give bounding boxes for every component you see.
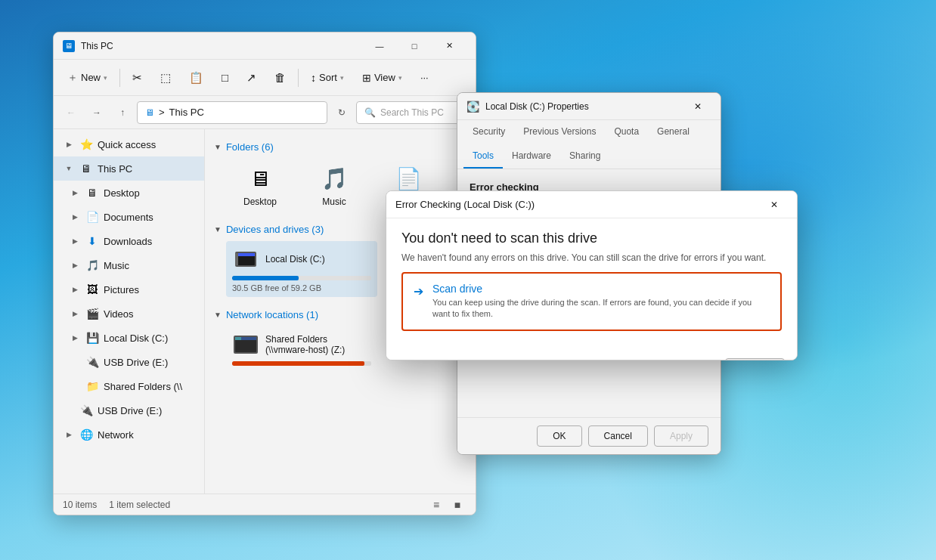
error-dialog-footer: Cancel [386, 352, 797, 360]
sidebar-item-usb-e2[interactable]: 🔌 USB Drive (E:) [54, 398, 204, 422]
local-disk-bar-fill [232, 276, 299, 280]
local-disk-drive-top: Local Disk (C:) [232, 246, 371, 273]
usb-e-icon: 🔌 [85, 355, 99, 369]
copy-button[interactable]: ⬚ [153, 67, 178, 89]
documents-chevron: ▶ [69, 213, 81, 221]
close-button[interactable]: ✕ [432, 32, 466, 60]
sidebar-item-pictures[interactable]: ▶ 🖼 Pictures [54, 277, 204, 302]
local-disk-drive-info: Local Disk (C:) [265, 254, 325, 265]
sort-icon: ↕ [311, 72, 316, 84]
shared-bar-fill [232, 361, 364, 366]
tab-quota[interactable]: Quota [605, 120, 648, 144]
shared-folders-drive-item[interactable]: Shared Folders (\\vmware-host) (Z:) [226, 326, 377, 370]
window-titlebar: 🖥 This PC — □ ✕ [54, 32, 476, 60]
cut-button[interactable]: ✂ [125, 67, 150, 89]
folder-desktop[interactable]: 🖥 Desktop [226, 159, 294, 212]
properties-titlebar: 💽 Local Disk (C:) Properties ✕ [457, 93, 721, 120]
view-button[interactable]: ⊞ View ▾ [355, 67, 410, 88]
toolbar-separator-1 [119, 69, 120, 87]
this-pc-icon: 🖥 [79, 162, 93, 175]
network-section-arrow[interactable]: ▼ [214, 311, 222, 319]
sidebar-item-this-pc[interactable]: ▼ 🖥 This PC [54, 156, 204, 181]
search-field[interactable]: 🔍 Search This PC [356, 101, 470, 124]
sort-button[interactable]: ↕ Sort ▾ [303, 67, 352, 88]
tab-tools[interactable]: Tools [463, 144, 503, 169]
quota-tab-label: Quota [614, 126, 639, 137]
delete-button[interactable]: 🗑 [267, 67, 293, 88]
list-view-button[interactable]: ≡ [427, 496, 445, 514]
sidebar-item-quick-access[interactable]: ▶ ⭐ Quick access [54, 132, 204, 156]
sidebar: ▶ ⭐ Quick access ▼ 🖥 This PC ▶ 🖥 Desktop… [54, 129, 205, 515]
more-button[interactable]: ··· [413, 67, 436, 88]
security-tab-label: Security [473, 126, 505, 137]
minimize-button[interactable]: — [362, 32, 397, 60]
new-button[interactable]: ＋ New ▾ [60, 67, 115, 89]
up-button[interactable]: ↑ [111, 101, 134, 124]
address-field[interactable]: 🖥 > This PC [137, 101, 327, 124]
share-button[interactable]: ↗ [239, 67, 264, 89]
folder-music[interactable]: 🎵 Music [300, 159, 368, 212]
cancel-button[interactable]: Cancel [588, 425, 648, 447]
downloads-chevron: ▶ [69, 237, 81, 245]
tab-previous-versions[interactable]: Previous Versions [514, 120, 605, 144]
music-label: Music [104, 260, 129, 271]
error-dialog-close-button[interactable]: ✕ [761, 191, 788, 218]
local-disk-icon: 💾 [85, 331, 99, 345]
search-placeholder: Search This PC [380, 107, 444, 118]
sidebar-item-music[interactable]: ▶ 🎵 Music [54, 253, 204, 277]
maximize-button[interactable]: □ [397, 32, 432, 60]
devices-arrow[interactable]: ▼ [214, 225, 222, 234]
folders-arrow[interactable]: ▼ [214, 143, 222, 151]
music-folder-name: Music [322, 196, 346, 207]
view-icon: ⊞ [362, 72, 371, 84]
sidebar-item-videos[interactable]: ▶ 🎬 Videos [54, 302, 204, 326]
tab-sharing[interactable]: Sharing [560, 144, 609, 169]
tab-security[interactable]: Security [463, 120, 514, 144]
scan-drive-option[interactable]: ➔ Scan drive You can keep using the driv… [401, 272, 782, 331]
scan-description: You can keep using the drive during the … [432, 297, 770, 320]
quick-access-label: Quick access [98, 139, 156, 150]
address-this-pc: This PC [169, 107, 204, 118]
pictures-chevron: ▶ [69, 286, 81, 293]
refresh-button[interactable]: ↻ [330, 101, 353, 124]
paste-button[interactable]: 📋 [181, 67, 211, 89]
local-disk-bar-container [232, 276, 371, 280]
error-dialog-title: Error Checking (Local Disk (C:)) [395, 199, 761, 210]
tab-general[interactable]: General [648, 120, 699, 144]
error-cancel-button[interactable]: Cancel [725, 358, 785, 360]
sidebar-item-desktop[interactable]: ▶ 🖥 Desktop [54, 181, 204, 205]
sharing-tab-label: Sharing [569, 150, 600, 161]
sort-label: Sort [319, 72, 337, 83]
tab-hardware[interactable]: Hardware [503, 144, 560, 169]
local-disk-size: 30.5 GB free of 59.2 GB [232, 283, 371, 292]
downloads-label: Downloads [104, 236, 152, 247]
pictures-label: Pictures [104, 284, 139, 295]
share-icon: ↗ [246, 71, 256, 85]
sidebar-item-local-disk[interactable]: ▶ 💾 Local Disk (C:) [54, 326, 204, 350]
devices-title: Devices and drives (3) [226, 224, 324, 235]
sidebar-item-usb-e[interactable]: 🔌 USB Drive (E:) [54, 350, 204, 374]
videos-label: Videos [104, 308, 134, 320]
grid-view-button[interactable]: ■ [448, 496, 466, 514]
sidebar-item-network[interactable]: ▶ 🌐 Network [54, 422, 204, 447]
ok-button[interactable]: OK [537, 425, 581, 447]
sidebar-item-downloads[interactable]: ▶ ⬇ Downloads [54, 229, 204, 253]
window-icon: 🖥 [63, 40, 75, 52]
sidebar-item-documents[interactable]: ▶ 📄 Documents [54, 205, 204, 229]
forward-button[interactable]: → [85, 101, 108, 124]
videos-chevron: ▶ [69, 310, 81, 317]
item-count: 10 items [63, 500, 97, 510]
folders-title: Folders (6) [226, 141, 274, 153]
dialog-tabs: Security Previous Versions Quota General… [457, 120, 721, 169]
local-disk-drive-item[interactable]: Local Disk (C:) 30.5 GB free of 59.2 GB [226, 241, 377, 297]
sort-chevron: ▾ [340, 74, 344, 82]
back-button[interactable]: ← [60, 101, 82, 124]
quick-access-star-icon: ⭐ [79, 138, 93, 151]
cut-icon: ✂ [132, 71, 142, 85]
new-label: New [81, 72, 101, 83]
properties-close-button[interactable]: ✕ [684, 93, 711, 120]
apply-button[interactable]: Apply [654, 425, 708, 447]
sidebar-item-shared-folders[interactable]: 📁 Shared Folders (\\ [54, 374, 204, 398]
rename-button[interactable]: □ [214, 67, 236, 88]
toolbar: ＋ New ▾ ✂ ⬚ 📋 □ ↗ 🗑 ↕ Sort ▾ ⊞ [54, 60, 476, 96]
